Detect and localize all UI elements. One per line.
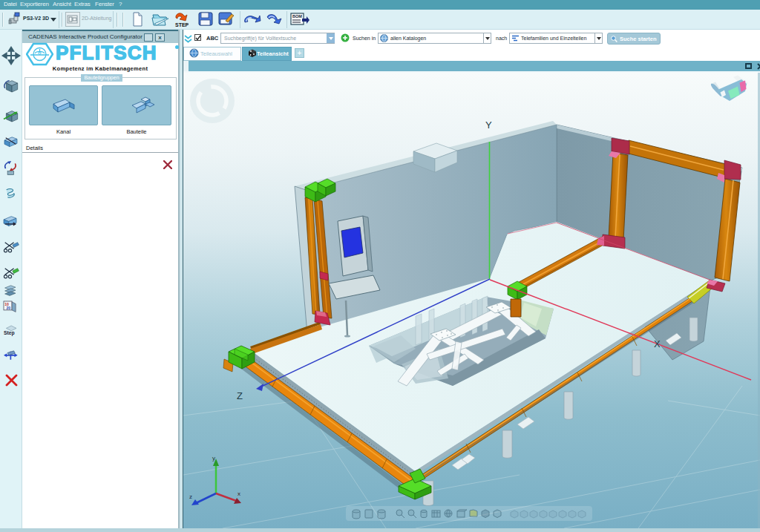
svg-text:X: X <box>654 338 661 349</box>
svg-text:Z: Z <box>237 390 243 401</box>
svg-text:20: 20 <box>6 306 10 310</box>
svg-text:BOM: BOM <box>292 14 302 19</box>
svg-text:z: z <box>189 493 192 500</box>
svg-text:Step: Step <box>4 330 15 336</box>
svg-text:x: x <box>238 490 240 497</box>
svg-text:STEP: STEP <box>175 22 189 27</box>
svg-text:y: y <box>212 455 215 462</box>
svg-text:Y: Y <box>485 119 492 131</box>
